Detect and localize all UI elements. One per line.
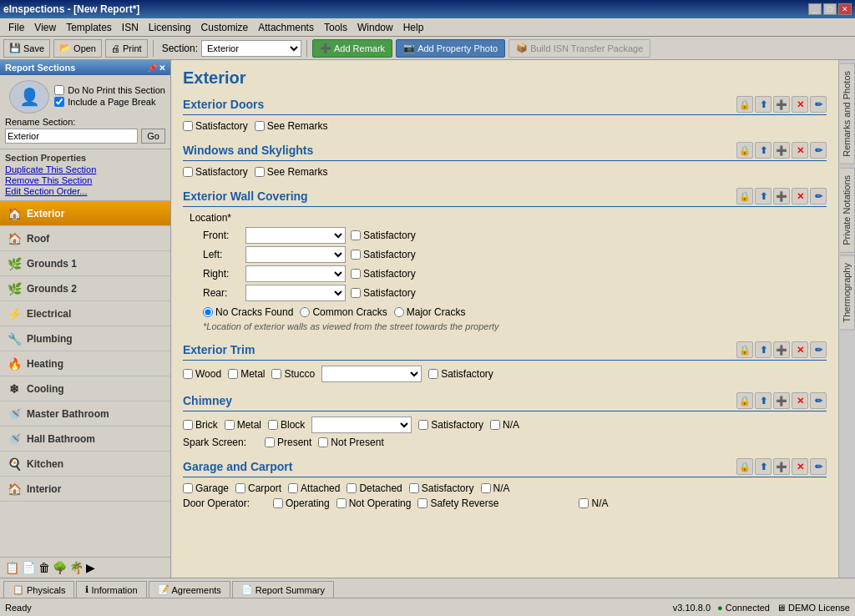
private-notations-tab[interactable]: Private Notations	[840, 168, 855, 253]
section-combo[interactable]: Exterior	[201, 40, 301, 57]
spark-present-checkbox[interactable]	[265, 437, 275, 447]
carport-checkbox-label[interactable]: Carport	[235, 482, 281, 494]
safety-reverse-checkbox[interactable]	[417, 498, 428, 508]
trim-type-select[interactable]	[321, 366, 422, 382]
del-icon-trim[interactable]: ✕	[792, 341, 808, 358]
not-operating-label[interactable]: Not Operating	[336, 497, 412, 509]
nav-item-cooling[interactable]: ❄ Cooling	[0, 376, 170, 401]
trim-metal[interactable]: Metal	[228, 368, 265, 380]
edit-icon-garage[interactable]: ✏	[810, 458, 827, 475]
nav-item-exterior[interactable]: 🏠 Exterior	[0, 201, 170, 226]
do-not-print-checkbox[interactable]	[54, 85, 64, 95]
left-select[interactable]	[245, 246, 346, 263]
chimney-na-checkbox[interactable]	[490, 420, 500, 430]
chimney-brick-checkbox[interactable]	[183, 420, 193, 430]
left-satisfactory[interactable]: Satisfactory	[351, 249, 416, 260]
add-remark-button[interactable]: ➕ Add Remark	[312, 39, 392, 58]
right-select[interactable]	[245, 265, 346, 282]
rear-select[interactable]	[245, 285, 346, 301]
add-icon-chimney[interactable]: ➕	[773, 392, 790, 409]
add-icon-wall[interactable]: ➕	[773, 188, 790, 204]
close-btn[interactable]: ✕	[838, 3, 852, 15]
edit-order-link[interactable]: Edit Section Order...	[5, 186, 165, 196]
remarks-photos-tab[interactable]: Remarks and Photos	[840, 63, 855, 164]
windows-see-remarks-checkbox[interactable]	[255, 167, 265, 177]
ext-doors-see-remarks[interactable]: See Remarks	[255, 120, 328, 132]
trim-stucco[interactable]: Stucco	[271, 368, 315, 380]
ext-doors-satisfactory-checkbox[interactable]	[183, 121, 193, 131]
trim-satisfactory-checkbox[interactable]	[428, 369, 438, 379]
menu-help[interactable]: Help	[398, 20, 429, 35]
bottom-icon-3[interactable]: 🗑	[38, 561, 50, 574]
garage-na-label[interactable]: N/A	[481, 482, 510, 494]
up-icon-garage[interactable]: ⬆	[755, 458, 772, 475]
add-icon-garage[interactable]: ➕	[773, 458, 790, 475]
up-icon-chimney[interactable]: ⬆	[755, 392, 772, 409]
rear-satisfactory-checkbox[interactable]	[351, 288, 361, 298]
chimney-satisfactory[interactable]: Satisfactory	[418, 419, 483, 431]
information-tab[interactable]: ℹ Information	[76, 581, 146, 598]
add-photo-button[interactable]: 📷 Add Property Photo	[396, 39, 505, 58]
duplicate-section-link[interactable]: Duplicate This Section	[5, 164, 165, 174]
chimney-brick[interactable]: Brick	[183, 419, 218, 431]
menu-licensing[interactable]: Licensing	[144, 20, 196, 35]
go-button[interactable]: Go	[141, 129, 165, 144]
physicals-tab[interactable]: 📋 Physicals	[3, 581, 74, 598]
spark-not-present-checkbox[interactable]	[318, 437, 328, 447]
bottom-icon-1[interactable]: 📋	[5, 561, 19, 574]
garage-na-checkbox[interactable]	[481, 483, 491, 493]
chimney-block-checkbox[interactable]	[268, 420, 278, 430]
garage-satisfactory-label[interactable]: Satisfactory	[409, 482, 474, 494]
nav-item-heating[interactable]: 🔥 Heating	[0, 351, 170, 376]
nav-item-electrical[interactable]: ⚡ Electrical	[0, 301, 170, 326]
add-icon-windows[interactable]: ➕	[773, 142, 790, 159]
menu-customize[interactable]: Customize	[196, 20, 254, 35]
open-button[interactable]: 📂 Open	[53, 39, 102, 58]
include-page-break-checkbox[interactable]	[54, 97, 64, 107]
operating-label[interactable]: Operating	[273, 497, 330, 509]
menu-file[interactable]: File	[3, 20, 29, 35]
ext-doors-satisfactory[interactable]: Satisfactory	[183, 120, 248, 132]
nav-item-roof[interactable]: 🏠 Roof	[0, 226, 170, 251]
edit-icon-windows[interactable]: ✏	[810, 142, 827, 159]
lock-icon-chimney[interactable]: 🔒	[736, 392, 753, 409]
detached-checkbox[interactable]	[347, 483, 357, 493]
del-icon-ext-doors[interactable]: ✕	[792, 96, 808, 113]
chimney-na[interactable]: N/A	[490, 419, 519, 431]
agreements-tab[interactable]: 📝 Agreements	[149, 581, 230, 598]
windows-satisfactory-checkbox[interactable]	[183, 167, 193, 177]
chimney-metal-checkbox[interactable]	[225, 420, 235, 430]
major-cracks-radio-label[interactable]: Major Cracks	[394, 306, 466, 318]
up-icon-wall[interactable]: ⬆	[755, 188, 772, 204]
windows-satisfactory[interactable]: Satisfactory	[183, 166, 248, 178]
safety-reverse-label[interactable]: Safety Reverse	[417, 497, 498, 509]
del-icon-garage[interactable]: ✕	[792, 458, 808, 475]
trim-metal-checkbox[interactable]	[228, 369, 238, 379]
lock-icon-garage[interactable]: 🔒	[736, 458, 753, 475]
common-cracks-radio-label[interactable]: Common Cracks	[300, 306, 387, 318]
thermography-tab[interactable]: Thermography	[840, 255, 855, 331]
report-summary-tab[interactable]: 📄 Report Summary	[232, 581, 334, 598]
trim-satisfactory[interactable]: Satisfactory	[428, 368, 493, 380]
door-operator-na-label[interactable]: N/A	[579, 497, 608, 509]
front-satisfactory[interactable]: Satisfactory	[351, 230, 416, 241]
windows-see-remarks[interactable]: See Remarks	[255, 166, 328, 178]
spark-not-present[interactable]: Not Present	[318, 437, 383, 448]
nav-item-grounds2[interactable]: 🌿 Grounds 2	[0, 276, 170, 301]
up-icon-windows[interactable]: ⬆	[755, 142, 772, 159]
left-satisfactory-checkbox[interactable]	[351, 250, 361, 260]
lock-icon-trim[interactable]: 🔒	[736, 341, 753, 358]
minimize-btn[interactable]: _	[808, 3, 822, 15]
menu-window[interactable]: Window	[352, 20, 398, 35]
no-cracks-radio[interactable]	[203, 307, 213, 317]
bottom-icon-4[interactable]: 🌳	[53, 561, 67, 574]
major-cracks-radio[interactable]	[394, 307, 404, 317]
door-operator-na-checkbox[interactable]	[579, 498, 589, 508]
lock-icon-ext-doors[interactable]: 🔒	[736, 96, 753, 113]
common-cracks-radio[interactable]	[300, 307, 310, 317]
attached-checkbox[interactable]	[288, 483, 298, 493]
nav-item-kitchen[interactable]: 🍳 Kitchen	[0, 452, 170, 477]
del-icon-chimney[interactable]: ✕	[792, 392, 808, 409]
del-icon-wall[interactable]: ✕	[792, 188, 808, 204]
lock-icon-wall[interactable]: 🔒	[736, 188, 753, 204]
